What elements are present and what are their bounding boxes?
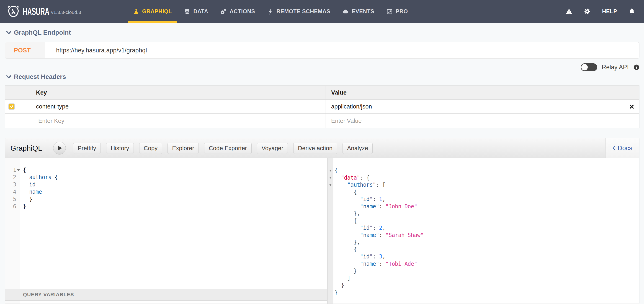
query-variables-label: QUERY VARIABLES — [23, 292, 74, 298]
headers-section-header[interactable]: Request Headers — [5, 72, 640, 81]
graphiql-toolbar: GraphiQL Prettify History Copy Explorer … — [5, 138, 639, 158]
brand-name: HASURA — [23, 5, 49, 18]
remove-header-icon[interactable] — [629, 104, 634, 109]
chevron-down-icon — [6, 75, 12, 79]
database-icon — [184, 8, 190, 14]
explorer-button[interactable]: Explorer — [168, 143, 199, 154]
prettify-button[interactable]: Prettify — [73, 143, 101, 154]
query-code[interactable]: { authors { id name }} — [20, 158, 58, 289]
relay-toggle[interactable] — [581, 63, 597, 71]
help-button[interactable]: HELP — [602, 8, 617, 14]
voyager-button[interactable]: Voyager — [257, 143, 288, 154]
fold-gutter — [328, 158, 334, 304]
graphiql-panel: GraphiQL Prettify History Copy Explorer … — [5, 138, 640, 304]
chart-icon — [386, 8, 393, 14]
response-json[interactable]: { "data": { "authors": [ { "id": 1, "nam… — [334, 158, 424, 304]
derive-action-button[interactable]: Derive action — [293, 143, 337, 154]
nav-item-label: EVENTS — [352, 8, 374, 14]
settings-icon[interactable] — [584, 8, 591, 15]
relay-label: Relay API — [602, 64, 629, 71]
cloud-icon — [342, 8, 349, 14]
main-content: GraphQL Endpoint POST Relay API Request … — [0, 28, 644, 304]
toolbar-buttons: Prettify History Copy Explorer Code Expo… — [73, 143, 373, 154]
nav-item-label: ACTIONS — [230, 8, 255, 14]
chevron-left-icon — [612, 146, 616, 151]
line-number-gutter: 123456 — [5, 158, 20, 289]
hasura-logo-icon — [7, 5, 20, 18]
nav-item-events[interactable]: EVENTS — [336, 0, 380, 23]
warning-icon[interactable] — [566, 8, 572, 15]
code-exporter-button[interactable]: Code Exporter — [204, 143, 252, 154]
docs-label: Docs — [618, 144, 632, 152]
info-icon[interactable] — [634, 64, 640, 70]
section-title: GraphQL Endpoint — [14, 29, 71, 36]
header-enabled-checkbox[interactable] — [8, 104, 15, 110]
copy-button[interactable]: Copy — [139, 143, 162, 154]
query-pane: 123456 { authors { id name }} QUERY VARI… — [5, 158, 327, 304]
new-key-input[interactable] — [38, 117, 325, 124]
analyze-button[interactable]: Analyze — [342, 143, 373, 154]
gears-icon — [220, 8, 226, 14]
table-header-row: Key Value — [5, 86, 639, 100]
query-variables-bar[interactable]: QUERY VARIABLES — [5, 289, 327, 300]
nav-item-remote-schemas[interactable]: REMOTE SCHEMAS — [261, 0, 336, 23]
top-nav: HASURA v1.3.3-cloud.3 GRAPHIQL DATA ACTI… — [0, 0, 644, 23]
flask-icon — [133, 8, 139, 14]
nav-item-label: REMOTE SCHEMAS — [276, 8, 330, 14]
column-header-key: Key — [5, 89, 47, 96]
endpoint-box: POST — [5, 42, 640, 58]
header-value-cell[interactable]: application/json — [326, 103, 372, 110]
nav-item-graphiql[interactable]: GRAPHIQL — [127, 0, 178, 23]
response-pane: { "data": { "authors": [ { "id": 1, "nam… — [327, 158, 639, 304]
table-row-new — [5, 114, 639, 128]
nav-item-label: DATA — [193, 8, 208, 14]
graphiql-body: 123456 { authors { id name }} QUERY VARI… — [5, 158, 639, 304]
docs-button[interactable]: Docs — [605, 138, 639, 158]
nav-item-pro[interactable]: PRO — [380, 0, 414, 23]
nav-item-data[interactable]: DATA — [178, 0, 214, 23]
nav-right: HELP — [566, 0, 644, 23]
play-icon — [58, 146, 62, 150]
query-variables-editor[interactable] — [5, 300, 327, 304]
nav-item-label: GRAPHIQL — [142, 8, 172, 14]
nav-menu: GRAPHIQL DATA ACTIONS REMOTE SCHEMAS EVE… — [127, 0, 414, 23]
endpoint-section-header[interactable]: GraphQL Endpoint — [5, 28, 640, 37]
query-editor[interactable]: 123456 { authors { id name }} — [5, 158, 327, 289]
brand[interactable]: HASURA v1.3.3-cloud.3 — [0, 0, 81, 23]
close-icon — [629, 104, 634, 109]
relay-row: Relay API — [5, 63, 640, 71]
nav-item-label: PRO — [396, 8, 408, 14]
version-label: v1.3.3-cloud.3 — [51, 10, 81, 15]
endpoint-url-input[interactable] — [45, 42, 639, 58]
plug-icon — [267, 8, 274, 14]
new-value-input[interactable] — [331, 117, 614, 124]
variables-gutter — [5, 300, 20, 304]
notifications-icon[interactable] — [628, 8, 635, 15]
check-icon — [10, 104, 14, 108]
http-method-label: POST — [5, 42, 45, 58]
request-headers-table: Key Value content-type application/json — [5, 86, 640, 128]
graphiql-title: GraphiQL — [10, 144, 42, 152]
execute-query-button[interactable] — [53, 142, 66, 154]
toggle-knob — [581, 64, 588, 70]
nav-item-actions[interactable]: ACTIONS — [214, 0, 261, 23]
column-header-value: Value — [326, 89, 346, 96]
section-title: Request Headers — [14, 73, 66, 80]
history-button[interactable]: History — [106, 143, 134, 154]
chevron-down-icon — [6, 31, 12, 35]
table-row: content-type application/json — [5, 100, 639, 114]
